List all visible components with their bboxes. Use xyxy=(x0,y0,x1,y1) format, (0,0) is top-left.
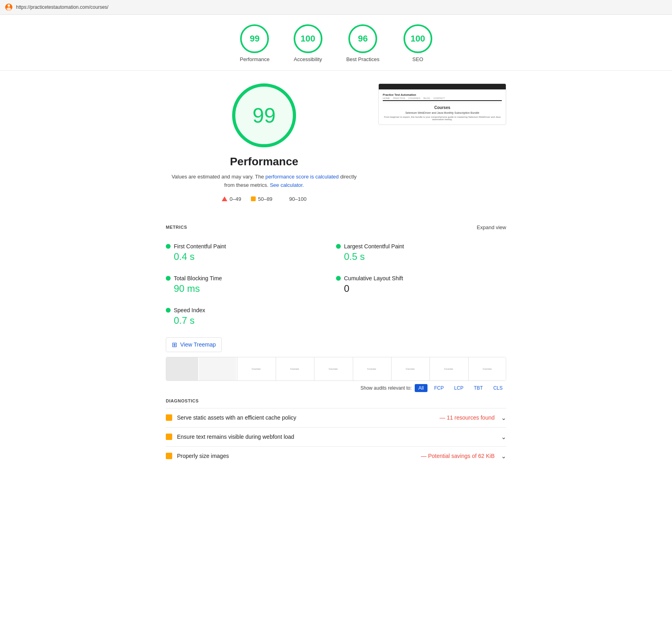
diag-warning-icon-0 xyxy=(166,414,172,421)
si-value: 0.7 s xyxy=(174,315,336,326)
diag-chevron-0: ⌄ xyxy=(501,414,506,422)
preview-subtitle: Selenium WebDriver and Java Monthly Subs… xyxy=(383,111,502,114)
diag-label-2: Properly size images xyxy=(177,453,418,459)
filmstrip: Courses Courses Courses Courses Courses … xyxy=(166,357,506,381)
metric-si: Speed Index 0.7 s xyxy=(166,301,336,333)
main-perf-section: 99 Performance Values are estimated and … xyxy=(166,83,362,202)
best-practices-circle: 96 xyxy=(348,24,377,53)
perf-title: Performance xyxy=(230,155,298,168)
preview-content-area: Practice Test Automation HOME PRACTICE C… xyxy=(379,89,506,125)
filter-fcp-button[interactable]: FCP xyxy=(431,384,447,392)
tbt-value: 90 ms xyxy=(174,283,336,294)
lcp-label: Largest Contentful Paint xyxy=(344,243,404,250)
score-accessibility[interactable]: 100 Accessibility xyxy=(294,24,322,62)
diag-chevron-2: ⌄ xyxy=(501,452,506,460)
metric-fcp: First Contentful Paint 0.4 s xyxy=(166,237,336,269)
browser-bar: https://practicetestautomation.com/cours… xyxy=(0,0,672,15)
treemap-label: View Treemap xyxy=(180,341,216,348)
view-treemap-button[interactable]: ⊞ View Treemap xyxy=(166,337,222,352)
performance-circle: 99 xyxy=(240,24,269,53)
filter-all-button[interactable]: All xyxy=(415,384,427,392)
seo-label: SEO xyxy=(412,56,423,62)
filmstrip-frame-0 xyxy=(166,357,198,380)
filmstrip-frame-2: Courses xyxy=(237,357,274,380)
fcp-label: First Contentful Paint xyxy=(174,243,226,250)
diagnostics-title: DIAGNOSTICS xyxy=(166,398,506,403)
filter-tbt-button[interactable]: TBT xyxy=(470,384,487,392)
metrics-section-header: METRICS Expand view xyxy=(166,224,506,230)
metric-tbt: Total Blocking Time 90 ms xyxy=(166,269,336,301)
perf-description: Values are estimated and may vary. The p… xyxy=(168,173,360,190)
average-icon xyxy=(251,196,256,201)
diag-chevron-1: ⌄ xyxy=(501,433,506,441)
diagnostic-webfont[interactable]: Ensure text remains visible during webfo… xyxy=(166,427,506,446)
page-preview: Practice Test Automation HOME PRACTICE C… xyxy=(378,83,506,125)
tbt-status-dot xyxy=(166,276,171,281)
cls-status-dot xyxy=(336,276,341,281)
score-performance[interactable]: 99 Performance xyxy=(240,24,269,62)
pass-icon xyxy=(282,196,287,201)
filter-label: Show audits relevant to: xyxy=(360,385,412,391)
lcp-status-dot xyxy=(336,244,341,249)
fcp-status-dot xyxy=(166,244,171,249)
expand-view-button[interactable]: Expand view xyxy=(477,224,506,230)
filmstrip-frame-3: Courses xyxy=(276,357,313,380)
score-seo[interactable]: 100 SEO xyxy=(404,24,432,62)
filmstrip-frame-6: Courses xyxy=(391,357,429,380)
diag-warning-icon-1 xyxy=(166,434,172,440)
metrics-grid: First Contentful Paint 0.4 s Largest Con… xyxy=(166,237,506,333)
main-score-circle: 99 xyxy=(232,83,296,147)
accessibility-circle: 100 xyxy=(294,24,322,53)
preview-body: From beginner to expert, this bundle is … xyxy=(383,116,502,121)
score-legend: 0–49 50–89 90–100 xyxy=(222,196,306,202)
performance-label: Performance xyxy=(240,56,269,62)
url-display: https://practicetestautomation.com/cours… xyxy=(16,4,108,10)
preview-logo: Practice Test Automation HOME PRACTICE C… xyxy=(383,93,502,103)
calculator-link[interactable]: See calculator. xyxy=(270,182,304,188)
diagnostics-list: Serve static assets with an efficient ca… xyxy=(166,408,506,466)
audit-filter-bar: Show audits relevant to: All FCP LCP TBT… xyxy=(166,384,506,392)
browser-logo-icon xyxy=(5,3,13,11)
legend-average: 50–89 xyxy=(251,196,272,202)
diag-detail-2: — Potential savings of 62 KiB xyxy=(421,453,495,459)
tbt-label: Total Blocking Time xyxy=(174,275,222,281)
diagnostic-cache-policy[interactable]: Serve static assets with an efficient ca… xyxy=(166,408,506,427)
cls-label: Cumulative Layout Shift xyxy=(344,275,403,281)
diag-detail-0: — 11 resources found xyxy=(439,414,495,421)
treemap-icon: ⊞ xyxy=(172,341,177,349)
score-best-practices[interactable]: 96 Best Practices xyxy=(346,24,380,62)
cls-value: 0 xyxy=(344,283,506,294)
filmstrip-frame-4: Courses xyxy=(314,357,352,380)
si-status-dot xyxy=(166,308,171,313)
diag-label-0: Serve static assets with an efficient ca… xyxy=(177,414,436,421)
preview-nav-toolbar xyxy=(379,84,506,89)
perf-score-link[interactable]: performance score is calculated xyxy=(265,174,339,180)
legend-pass: 90–100 xyxy=(282,196,306,202)
si-label: Speed Index xyxy=(174,307,205,313)
fcp-value: 0.4 s xyxy=(174,251,336,262)
main-content: 99 Performance Values are estimated and … xyxy=(156,71,516,478)
top-scores-row: 99 Performance 100 Accessibility 96 Best… xyxy=(0,15,672,71)
accessibility-label: Accessibility xyxy=(294,56,322,62)
seo-circle: 100 xyxy=(404,24,432,53)
filmstrip-frame-1 xyxy=(199,357,236,380)
fail-icon xyxy=(222,196,227,201)
filmstrip-frame-7: Courses xyxy=(429,357,467,380)
filter-cls-button[interactable]: CLS xyxy=(490,384,506,392)
lcp-value: 0.5 s xyxy=(344,251,506,262)
diag-warning-icon-2 xyxy=(166,453,172,459)
preview-page-title: Courses xyxy=(383,105,502,110)
svg-point-1 xyxy=(8,4,10,7)
metrics-title: METRICS xyxy=(166,225,187,230)
filter-lcp-button[interactable]: LCP xyxy=(451,384,467,392)
metric-cls: Cumulative Layout Shift 0 xyxy=(336,269,506,301)
metric-lcp: Largest Contentful Paint 0.5 s xyxy=(336,237,506,269)
filmstrip-frame-8: Courses xyxy=(468,357,506,380)
diagnostic-image-size[interactable]: Properly size images — Potential savings… xyxy=(166,446,506,466)
legend-fail: 0–49 xyxy=(222,196,241,202)
filmstrip-frame-5: Courses xyxy=(353,357,390,380)
best-practices-label: Best Practices xyxy=(346,56,380,62)
diag-label-1: Ensure text remains visible during webfo… xyxy=(177,434,491,440)
